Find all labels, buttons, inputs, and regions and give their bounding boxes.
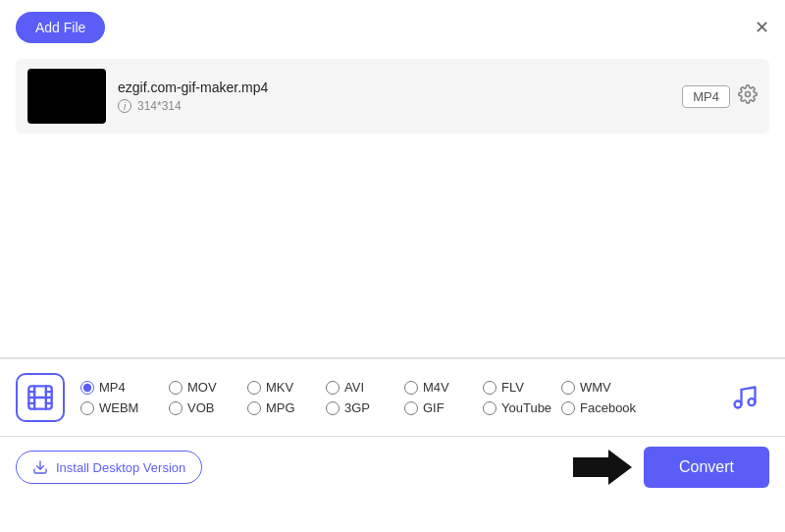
svg-marker-12 <box>573 450 632 485</box>
format-row-2: WEBM VOB MPG 3GP GIF YouTube <box>80 400 705 415</box>
format-option-flv[interactable]: FLV <box>483 380 561 395</box>
format-label-mkv: MKV <box>266 380 293 395</box>
info-icon: i <box>118 99 131 113</box>
svg-point-10 <box>749 399 756 405</box>
settings-icon[interactable] <box>738 84 758 109</box>
format-option-mov[interactable]: MOV <box>169 380 247 395</box>
format-row-1: MP4 MOV MKV AVI M4V FLV <box>80 380 705 395</box>
format-option-avi[interactable]: AVI <box>326 380 404 395</box>
install-label: Install Desktop Version <box>56 460 185 475</box>
radio-m4v[interactable] <box>404 381 418 395</box>
file-name: ezgif.com-gif-maker.mp4 <box>118 80 670 95</box>
format-label-wmv: WMV <box>580 380 611 395</box>
svg-point-0 <box>746 91 751 96</box>
radio-wmv[interactable] <box>561 381 575 395</box>
format-label-youtube: YouTube <box>501 400 551 415</box>
file-actions: MP4 <box>682 84 758 109</box>
format-label-vob: VOB <box>187 400 214 415</box>
bottom-bar: Install Desktop Version Convert <box>0 437 785 498</box>
radio-mov[interactable] <box>169 381 183 395</box>
radio-vob[interactable] <box>169 401 183 415</box>
format-option-3gp[interactable]: 3GP <box>326 400 404 415</box>
format-bar: MP4 MOV MKV AVI M4V FLV <box>0 358 785 437</box>
film-icon-box[interactable] <box>16 373 65 422</box>
radio-flv[interactable] <box>483 381 497 395</box>
radio-mp4[interactable] <box>80 381 94 395</box>
format-label-flv: FLV <box>501 380 524 395</box>
format-option-facebook[interactable]: Facebook <box>561 400 650 415</box>
top-bar: Add File ✕ <box>0 0 785 51</box>
format-label-gif: GIF <box>423 400 445 415</box>
format-label-mpg: MPG <box>266 400 295 415</box>
format-option-youtube[interactable]: YouTube <box>483 400 561 415</box>
radio-gif[interactable] <box>404 401 418 415</box>
file-dimensions: 314*314 <box>137 99 182 113</box>
arrow-convert-area: Convert <box>573 447 769 488</box>
format-label-mp4: MP4 <box>99 380 126 395</box>
film-icon <box>26 384 54 411</box>
svg-point-9 <box>735 401 742 408</box>
arrow-icon <box>573 450 632 485</box>
format-option-wmv[interactable]: WMV <box>561 380 640 395</box>
format-label-3gp: 3GP <box>344 400 370 415</box>
radio-mkv[interactable] <box>247 381 261 395</box>
music-icon <box>731 384 759 411</box>
format-option-vob[interactable]: VOB <box>169 400 247 415</box>
format-option-mkv[interactable]: MKV <box>247 380 326 395</box>
install-desktop-button[interactable]: Install Desktop Version <box>16 451 202 484</box>
radio-avi[interactable] <box>326 381 340 395</box>
format-option-m4v[interactable]: M4V <box>404 380 483 395</box>
content-area <box>0 141 785 357</box>
file-item: ezgif.com-gif-maker.mp4 i 314*314 MP4 <box>16 59 769 133</box>
file-meta: i 314*314 <box>118 99 670 113</box>
format-label-facebook: Facebook <box>580 400 636 415</box>
download-icon <box>32 459 48 475</box>
file-thumbnail <box>27 69 106 124</box>
format-label-m4v: M4V <box>423 380 449 395</box>
convert-button[interactable]: Convert <box>644 447 769 488</box>
format-label-avi: AVI <box>344 380 364 395</box>
music-icon-box[interactable] <box>720 373 769 422</box>
close-button[interactable]: ✕ <box>755 19 769 36</box>
format-option-mp4[interactable]: MP4 <box>80 380 169 395</box>
format-option-gif[interactable]: GIF <box>404 400 483 415</box>
radio-webm[interactable] <box>80 401 94 415</box>
format-label-mov: MOV <box>187 380 217 395</box>
radio-3gp[interactable] <box>326 401 340 415</box>
format-label-webm: WEBM <box>99 400 138 415</box>
radio-mpg[interactable] <box>247 401 261 415</box>
right-arrow-icon <box>573 450 632 485</box>
radio-youtube[interactable] <box>483 401 497 415</box>
add-file-button[interactable]: Add File <box>16 12 105 43</box>
format-badge: MP4 <box>682 85 730 108</box>
format-option-mpg[interactable]: MPG <box>247 400 326 415</box>
file-list: ezgif.com-gif-maker.mp4 i 314*314 MP4 <box>0 51 785 141</box>
file-info: ezgif.com-gif-maker.mp4 i 314*314 <box>118 80 670 113</box>
radio-facebook[interactable] <box>561 401 575 415</box>
format-option-webm[interactable]: WEBM <box>80 400 169 415</box>
format-grid: MP4 MOV MKV AVI M4V FLV <box>80 374 705 421</box>
